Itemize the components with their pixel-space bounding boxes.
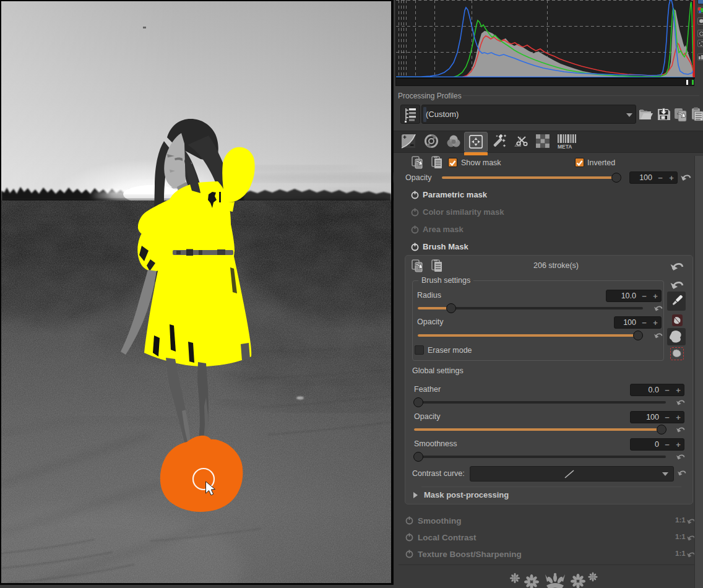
- svg-text:META: META: [558, 144, 572, 150]
